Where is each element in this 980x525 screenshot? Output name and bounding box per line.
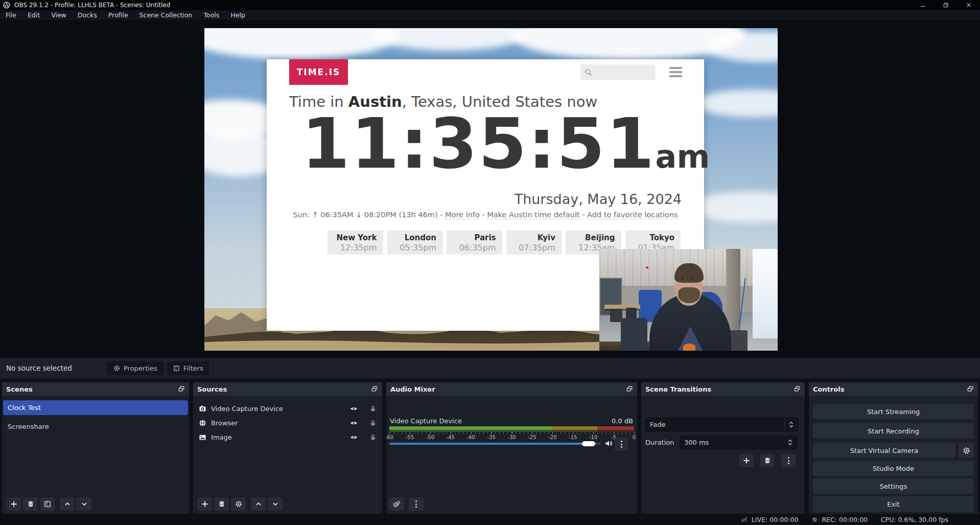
concrete-pillar [726, 249, 740, 330]
timeis-sun-info: Sun: ↑ 06:35AM ↓ 08:20PM (13h 46m) - Mor… [267, 211, 704, 219]
remove-source-button[interactable] [214, 497, 229, 511]
audio-mixer-panel: Audio Mixer Video Capture Device 0.0 dB [386, 382, 637, 514]
duration-label: Duration [645, 439, 674, 446]
menu-help[interactable]: Help [225, 10, 251, 20]
properties-button[interactable]: Properties [107, 361, 164, 375]
filter-icon [44, 500, 51, 508]
remove-transition-button[interactable] [760, 454, 775, 467]
selected-source-status: No source selected [6, 358, 72, 378]
office-window [753, 249, 778, 338]
mixer-menu-button[interactable] [409, 497, 424, 511]
menu-profile[interactable]: Profile [103, 10, 134, 20]
transition-select[interactable]: Fade [645, 418, 798, 431]
city-card: London 05:35pm [387, 231, 443, 255]
popout-icon[interactable] [967, 385, 974, 393]
source-row-image[interactable]: Image [194, 430, 381, 444]
scene-move-down-button[interactable] [77, 497, 91, 511]
advanced-audio-button[interactable] [389, 497, 404, 511]
controls-panel-title: Controls [813, 385, 844, 393]
kebab-menu-icon [788, 457, 789, 464]
volume-meter-channel2 [389, 430, 634, 431]
mixer-channel-menu-button[interactable] [615, 438, 628, 451]
studio-mode-button[interactable]: Studio Mode [813, 461, 974, 476]
timeis-logo: TIME.IS [289, 59, 348, 85]
menu-file[interactable]: File [0, 10, 22, 20]
add-transition-button[interactable] [739, 454, 754, 467]
visibility-eye-icon[interactable] [349, 433, 358, 441]
scenes-panel-title: Scenes [6, 385, 33, 393]
gear-icon [963, 447, 970, 454]
titlebar: OBS 29.1.2 - Profile: LLHLS BETA - Scene… [0, 0, 980, 10]
exit-button[interactable]: Exit [813, 496, 974, 512]
speaker-icon[interactable] [604, 439, 613, 448]
start-virtual-camera-button[interactable]: Start Virtual Camera [813, 443, 955, 458]
menu-tools[interactable]: Tools [198, 10, 225, 20]
source-row-browser[interactable]: Browser [194, 416, 381, 430]
kebab-menu-icon [621, 441, 622, 448]
transitions-panel-title: Scene Transitions [645, 385, 711, 393]
duration-input[interactable]: 300 ms [680, 436, 797, 449]
visibility-eye-icon[interactable] [349, 419, 358, 427]
restore-button[interactable] [934, 0, 957, 10]
menu-view[interactable]: View [45, 10, 72, 20]
filters-button[interactable]: Filters [167, 361, 209, 375]
volume-meter [389, 426, 634, 430]
timeis-date: Thursday, May 16, 2024 [515, 191, 682, 207]
volume-slider[interactable] [389, 443, 600, 445]
rec-status: REC: 00:00:00 [811, 516, 868, 523]
scene-item-screenshare[interactable]: Screenshare [3, 419, 188, 434]
start-streaming-button[interactable]: Start Streaming [813, 404, 974, 419]
transition-properties-button[interactable] [781, 454, 796, 467]
combo-arrows-icon [784, 418, 794, 431]
minimize-button[interactable] [911, 0, 934, 10]
mixer-level-db: 0.0 dB [612, 417, 633, 425]
trash-icon [218, 500, 225, 508]
source-row-video-capture[interactable]: Video Capture Device [194, 402, 381, 416]
preview-canvas[interactable]: TIME.IS Time in Austin, Texas, United St… [0, 20, 980, 358]
add-source-button[interactable] [197, 497, 212, 511]
menu-docks[interactable]: Docks [72, 10, 103, 20]
menu-scene-collection[interactable]: Scene Collection [134, 10, 198, 20]
obs-window: OBS 29.1.2 - Profile: LLHLS BETA - Scene… [0, 0, 980, 525]
obs-logo-icon [3, 2, 10, 9]
lock-icon[interactable] [369, 419, 377, 427]
spinner-arrows-icon[interactable] [788, 439, 792, 446]
add-scene-button[interactable] [6, 497, 21, 511]
lock-icon[interactable] [369, 405, 377, 413]
scene-filters-button[interactable] [40, 497, 55, 511]
virtual-camera-settings-button[interactable] [959, 443, 974, 458]
cpu-fps-status: CPU: 0.6%, 30.00 fps [881, 516, 948, 523]
sources-panel: Sources [193, 382, 382, 514]
filter-icon [173, 365, 180, 372]
scenes-panel: Scenes Clock Test Screenshare [2, 382, 189, 514]
start-recording-button[interactable]: Start Recording [813, 423, 974, 439]
scene-preview[interactable]: TIME.IS Time in Austin, Texas, United St… [204, 28, 778, 351]
dock-area: Scenes Clock Test Screenshare [0, 382, 980, 514]
source-properties-button[interactable] [231, 497, 246, 511]
meter-scale-labels: -60 -55 -50 -45 -40 -35 -30 -25 -20 -15 … [389, 435, 634, 440]
scene-move-up-button[interactable] [60, 497, 75, 511]
double-gear-icon [393, 500, 401, 508]
status-bar: LIVE: 00:00:00 REC: 00:00:00 CPU: 0.6%, … [0, 514, 980, 525]
close-button[interactable] [957, 0, 980, 10]
globe-icon [199, 419, 206, 427]
webcam-video-source[interactable] [599, 249, 778, 351]
source-toolbar: No source selected Properties Filters [0, 358, 980, 378]
window-title: OBS 29.1.2 - Profile: LLHLS BETA - Scene… [14, 2, 170, 9]
source-move-up-button[interactable] [251, 497, 266, 511]
timeis-search-box [580, 64, 656, 80]
remove-scene-button[interactable] [23, 497, 38, 511]
popout-icon[interactable] [794, 385, 801, 393]
lock-icon[interactable] [369, 433, 377, 441]
menubar: File Edit View Docks Profile Scene Colle… [0, 10, 980, 20]
popout-icon[interactable] [626, 385, 633, 393]
source-move-down-button[interactable] [268, 497, 283, 511]
visibility-eye-icon[interactable] [349, 405, 358, 413]
popout-icon[interactable] [371, 385, 378, 393]
volume-slider-handle[interactable] [582, 441, 595, 446]
scene-item-clock-test[interactable]: Clock Test [3, 400, 188, 415]
settings-button[interactable]: Settings [813, 478, 974, 494]
chevron-up-icon [64, 500, 71, 508]
menu-edit[interactable]: Edit [22, 10, 45, 20]
popout-icon[interactable] [178, 385, 185, 393]
